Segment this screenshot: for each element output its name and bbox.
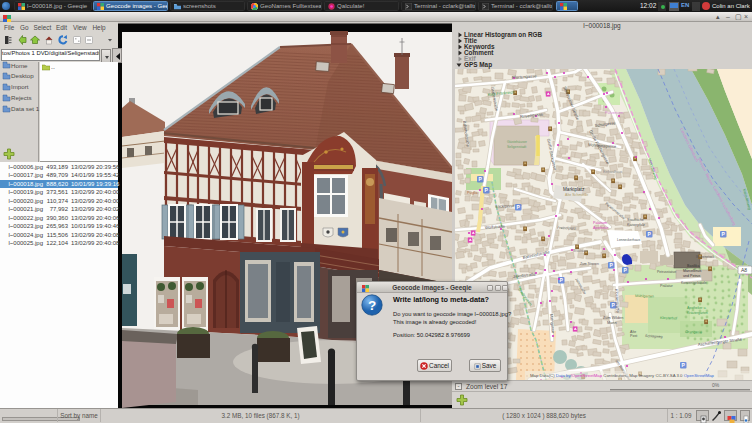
svg-text:Marcellinus: Marcellinus: [683, 269, 701, 273]
svg-text:A8: A8: [741, 267, 747, 273]
svg-text:Kräutergarten: Kräutergarten: [687, 311, 708, 315]
svg-text:?: ?: [368, 298, 376, 313]
svg-text:Konventgebäude: Konventgebäude: [681, 281, 707, 285]
svg-text:Klosterhof: Klosterhof: [660, 316, 678, 321]
svg-text:Puglia: Puglia: [467, 191, 478, 195]
svg-text:Palatium: Palatium: [593, 221, 607, 225]
svg-text:Einhardhaus: Einhardhaus: [603, 170, 622, 174]
svg-text:Gästehäuser: Gästehäuser: [507, 140, 528, 144]
svg-text:Seligenstadt: Seligenstadt: [507, 145, 526, 149]
svg-text:und Petrus: und Petrus: [683, 274, 701, 278]
svg-text:Mann: Mann: [607, 321, 617, 325]
svg-text:Orangerie: Orangerie: [685, 330, 702, 335]
svg-text:Staufische: Staufische: [627, 218, 644, 222]
svg-text:Kaiserpfalz: Kaiserpfalz: [627, 223, 645, 227]
svg-text:Prälatur: Prälatur: [660, 284, 673, 288]
svg-text:Zum Neeren: Zum Neeren: [580, 262, 599, 266]
svg-text:Petrusstatue: Petrusstatue: [657, 270, 676, 274]
svg-text:Apotheker u.: Apotheker u.: [687, 306, 706, 310]
svg-text:Brauhaus: Brauhaus: [573, 249, 588, 253]
svg-text:Marktplatz: Marktplatz: [563, 187, 585, 192]
svg-text:Mühlgarten: Mühlgarten: [635, 294, 654, 299]
svg-text:Apotheke: Apotheke: [593, 226, 608, 230]
svg-text:Map Data(C) Data by/OpenStreet: Map Data(C) Data by/OpenStreetMap Contri…: [530, 373, 715, 378]
svg-text:Zum Wilden: Zum Wilden: [603, 316, 623, 320]
svg-text:Sackgasse: Sackgasse: [495, 203, 516, 209]
svg-text:Alte Schmiede: Alte Schmiede: [565, 193, 588, 197]
svg-text:Freihofplatz: Freihofplatz: [557, 226, 576, 231]
svg-text:Lenneckerhaus: Lenneckerhaus: [617, 238, 640, 242]
svg-text:Post: Post: [630, 334, 637, 338]
svg-text:Bienenstock: Bienenstock: [696, 255, 715, 259]
svg-text:Basilika: Basilika: [687, 264, 699, 268]
svg-text:Pulverturm: Pulverturm: [605, 111, 623, 115]
